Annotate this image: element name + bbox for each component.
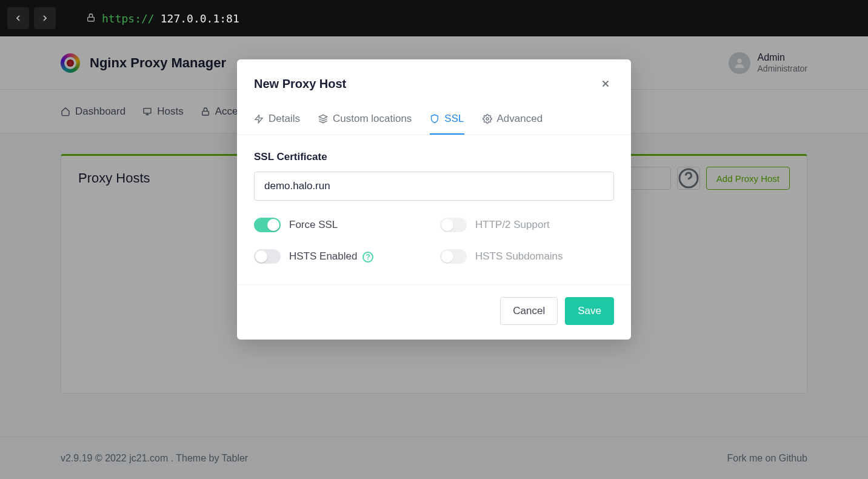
question-icon[interactable]: ? xyxy=(362,252,373,263)
nav-forward-button[interactable] xyxy=(34,7,56,29)
browser-chrome: https://127.0.0.1:81 xyxy=(0,0,868,36)
http2-toggle[interactable] xyxy=(440,218,467,232)
ssl-cert-input[interactable] xyxy=(254,172,614,201)
modal-close-button[interactable] xyxy=(597,75,614,92)
chevron-left-icon xyxy=(13,13,23,23)
cancel-button[interactable]: Cancel xyxy=(500,297,558,325)
modal-footer: Cancel Save xyxy=(237,284,631,340)
hsts-label: HSTS Enabled ? xyxy=(289,250,373,263)
address-bar[interactable]: https://127.0.0.1:81 xyxy=(78,7,861,29)
hsts-toggle[interactable] xyxy=(254,249,281,264)
http2-row: HTTP/2 Support xyxy=(440,218,614,232)
tab-details[interactable]: Details xyxy=(254,107,300,135)
svg-rect-0 xyxy=(88,17,95,21)
svg-point-11 xyxy=(486,118,489,120)
ssl-toggles: Force SSL HTTP/2 Support HSTS Enabled ? … xyxy=(254,218,614,264)
tab-label: SSL xyxy=(444,113,464,125)
tab-label: Custom locations xyxy=(333,113,412,125)
hsts-sub-row: HSTS Subdomains xyxy=(440,249,614,264)
hsts-sub-label: HSTS Subdomains xyxy=(475,250,563,263)
tab-advanced[interactable]: Advanced xyxy=(482,107,543,135)
lock-icon xyxy=(86,12,96,25)
hsts-row: HSTS Enabled ? xyxy=(254,249,428,264)
ssl-cert-label: SSL Certificate xyxy=(254,151,614,163)
new-proxy-host-modal: New Proxy Host Details Custom locations … xyxy=(237,59,631,340)
nav-back-button[interactable] xyxy=(7,7,29,29)
force-ssl-toggle[interactable] xyxy=(254,218,281,232)
modal-header: New Proxy Host xyxy=(237,59,631,107)
svg-marker-10 xyxy=(319,115,327,119)
tab-ssl[interactable]: SSL xyxy=(430,107,464,135)
chevron-right-icon xyxy=(40,13,50,23)
force-ssl-row: Force SSL xyxy=(254,218,428,232)
zap-icon xyxy=(254,114,264,124)
hsts-sub-toggle[interactable] xyxy=(440,249,467,264)
save-button[interactable]: Save xyxy=(565,297,614,325)
shield-icon xyxy=(430,114,439,124)
close-icon xyxy=(600,78,611,89)
url-rest: 127.0.0.1:81 xyxy=(161,12,239,25)
url-scheme: https:// xyxy=(102,12,155,25)
layers-icon xyxy=(318,114,328,124)
modal-body: SSL Certificate Force SSL HTTP/2 Support… xyxy=(237,135,631,284)
modal-title: New Proxy Host xyxy=(254,77,346,91)
page-wrapper: Nginx Proxy Manager Admin Administrator … xyxy=(0,36,868,479)
http2-label: HTTP/2 Support xyxy=(475,219,550,231)
force-ssl-label: Force SSL xyxy=(289,219,338,231)
tab-label: Details xyxy=(269,113,300,125)
gear-icon xyxy=(482,114,492,124)
modal-tabs: Details Custom locations SSL Advanced xyxy=(237,107,631,135)
tab-custom-locations[interactable]: Custom locations xyxy=(318,107,412,135)
tab-label: Advanced xyxy=(497,113,543,125)
